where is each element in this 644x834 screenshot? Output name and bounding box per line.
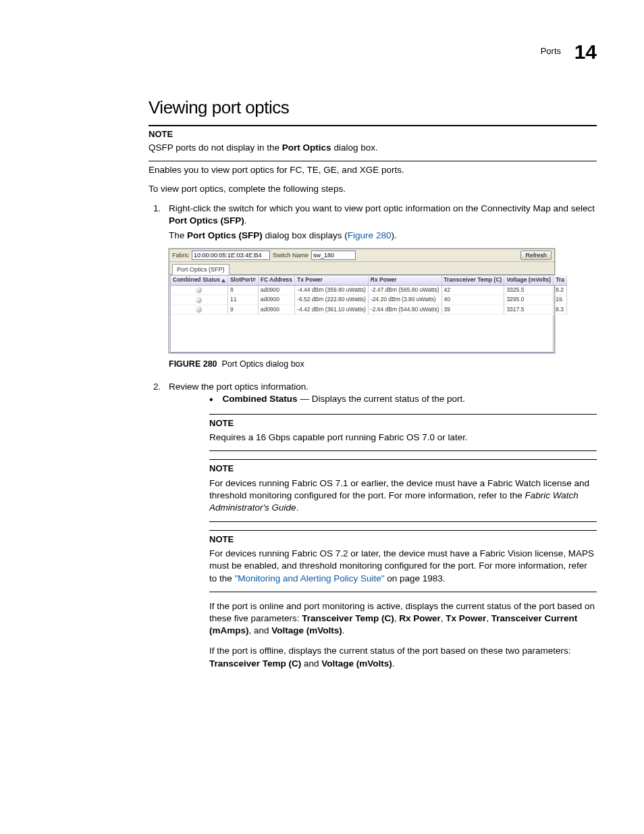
cell: ad0900 [258, 285, 294, 294]
cell: -4.44 dBm (359.80 uWatts) [295, 285, 369, 294]
page: Ports 14 Viewing port optics NOTE QSFP p… [0, 0, 644, 717]
note-text: For devices running Fabric OS 7.2 or lat… [209, 548, 597, 585]
col-voltage[interactable]: Voltage (mVolts) [504, 276, 554, 285]
cell: 39 [441, 305, 504, 314]
rule [149, 125, 597, 126]
cell: 8.3 [554, 305, 567, 314]
cell: 11 [227, 295, 258, 305]
cell: 3317.5 [504, 305, 554, 314]
rule [209, 592, 597, 592]
term: Port Optics [282, 142, 331, 153]
chapter-number: 14 [574, 41, 597, 63]
paragraph: Enables you to view port optics for FC, … [149, 164, 597, 176]
rule [209, 450, 597, 451]
text: — Displays the current status of the por… [298, 394, 465, 404]
note-text: QSFP ports do not display in the Port Op… [149, 142, 597, 154]
paragraph: If the port is online and port monitorin… [209, 600, 597, 637]
col-rx-power[interactable]: Rx Power [368, 276, 441, 285]
table-header-row: Combined Status SlotPort# FC Address Tx … [171, 276, 566, 285]
text: , [486, 613, 491, 623]
term: Port Optics (SFP) [169, 215, 244, 226]
dialog-tabs: Port Optics (SFP) [169, 262, 554, 275]
note-label: NOTE [209, 417, 597, 429]
cell: ad0900 [258, 305, 294, 314]
text: If the port is offline, displays the cur… [209, 646, 571, 656]
cell: -24.20 dBm (3.80 uWatts) [368, 295, 441, 305]
note-text: For devices running Fabric OS 7.1 or ear… [209, 477, 597, 515]
cell: 3325.5 [504, 285, 554, 294]
fabric-input[interactable] [192, 251, 270, 260]
text: ). [391, 230, 396, 240]
paragraph: If the port is offline, displays the cur… [209, 645, 597, 669]
cell: 9 [227, 305, 258, 314]
col-tx-power[interactable]: Tx Power [295, 276, 369, 285]
refresh-button[interactable]: Refresh [520, 251, 552, 260]
text: . [392, 658, 395, 669]
cell: 19. [554, 295, 567, 305]
term: Voltage (mVolts) [321, 658, 392, 669]
note-block: NOTE Requires a 16 Gbps capable port run… [209, 414, 597, 452]
text: , and [249, 625, 272, 635]
tab-port-optics[interactable]: Port Optics (SFP) [172, 264, 230, 275]
text: The [169, 230, 187, 240]
note-block: NOTE For devices running Fabric OS 7.2 o… [209, 530, 597, 592]
note-label: NOTE [209, 463, 597, 475]
note-block: NOTE For devices running Fabric OS 7.1 o… [209, 459, 597, 521]
cell: 3295.0 [504, 295, 554, 305]
text: . [244, 215, 247, 226]
term: Transceiver Temp (C) [302, 613, 394, 623]
col-combined-status[interactable]: Combined Status [171, 276, 227, 285]
rule [209, 459, 597, 460]
optics-table: Combined Status SlotPort# FC Address Tx … [170, 275, 554, 353]
step-sub: The Port Optics (SFP) dialog box display… [169, 230, 597, 242]
cell: -6.52 dBm (222.80 uWatts) [295, 295, 369, 305]
term: Port Optics (SFP) [187, 230, 263, 240]
table-row[interactable]: 9 ad0900 -4.42 dBm (361.10 uWatts) -2.64… [171, 305, 566, 314]
term: Rx Power [399, 613, 441, 623]
term: Combined Status [223, 394, 298, 404]
cell: -2.47 dBm (565.80 uWatts) [368, 285, 441, 294]
cell: 40 [441, 295, 504, 305]
rule [209, 521, 597, 522]
table-row[interactable]: 11 ad0900 -6.52 dBm (222.80 uWatts) -24.… [171, 295, 566, 305]
text: Right-click the switch for which you wan… [169, 203, 595, 213]
cross-ref-link[interactable]: "Monitoring and Alerting Policy Suite" [235, 573, 385, 583]
cell: 8.2 [554, 285, 567, 294]
figure-label: FIGURE 280 [169, 359, 217, 369]
text: dialog box. [331, 142, 378, 153]
paragraph: To view port optics, complete the follow… [149, 183, 597, 195]
note-text: Requires a 16 Gbps capable port running … [209, 432, 597, 444]
col-fc-address[interactable]: FC Address [258, 276, 294, 285]
col-tra[interactable]: Tra [554, 276, 567, 285]
dialog-toolbar: Fabric Switch Name Refresh [169, 249, 554, 262]
text: . [342, 625, 345, 635]
bullet-item: • Combined Status — Displays the current… [209, 393, 597, 405]
status-icon [196, 307, 202, 313]
cell: 8 [227, 285, 258, 294]
port-optics-dialog: Fabric Switch Name Refresh Port Optics (… [169, 249, 555, 353]
text: . [296, 502, 299, 513]
rule [209, 530, 597, 531]
text: and [301, 658, 321, 669]
section-name: Ports [541, 46, 561, 56]
text: QSFP ports do not display in the [149, 142, 282, 153]
running-header: Ports 14 [149, 41, 597, 63]
table-row[interactable]: 8 ad0900 -4.44 dBm (359.80 uWatts) -2.47… [171, 285, 566, 294]
fabric-label: Fabric [172, 251, 189, 259]
text: dialog box displays ( [263, 230, 348, 240]
step-item: Right-click the switch for which you wan… [163, 203, 597, 371]
rule [209, 414, 597, 415]
term: Voltage (mVolts) [271, 625, 342, 635]
page-title: Viewing port optics [149, 97, 597, 118]
status-icon [196, 287, 202, 293]
term: Transceiver Temp (C) [209, 658, 301, 669]
status-icon [196, 297, 202, 303]
switchname-input[interactable] [311, 251, 356, 260]
cell: -4.42 dBm (361.10 uWatts) [295, 305, 369, 314]
rule [149, 161, 597, 161]
col-slotport[interactable]: SlotPort# [227, 276, 258, 285]
text: Review the port optics information. [169, 382, 308, 392]
steps-list: Right-click the switch for which you wan… [149, 203, 597, 670]
figure-link[interactable]: Figure 280 [348, 230, 392, 240]
col-temp[interactable]: Transceiver Temp (C) [441, 276, 504, 285]
